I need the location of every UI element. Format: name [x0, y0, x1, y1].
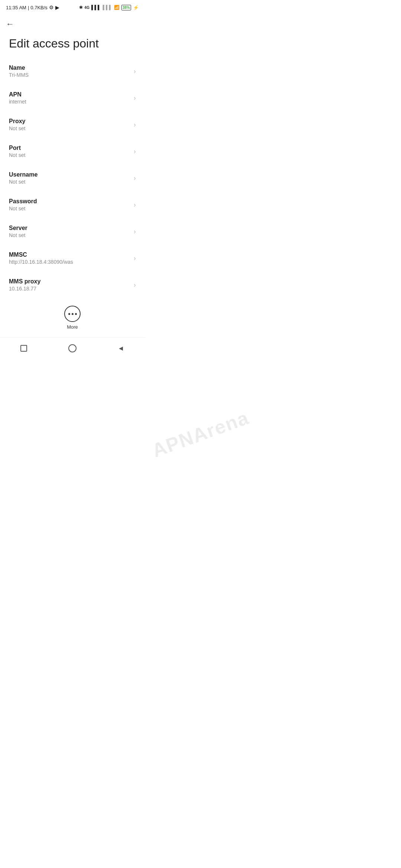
settings-item-label: Username	[9, 171, 131, 178]
chevron-right-icon: ›	[134, 148, 136, 155]
nav-bar: ◄	[0, 337, 145, 361]
settings-item-value: Not set	[9, 125, 131, 131]
settings-item[interactable]: MMSC http://10.16.18.4:38090/was ›	[0, 245, 145, 272]
settings-item-content: MMS proxy 10.16.18.77	[9, 278, 131, 292]
chevron-right-icon: ›	[134, 201, 136, 209]
settings-item-content: Password Not set	[9, 198, 131, 211]
settings-item[interactable]: APN internet ›	[0, 85, 145, 111]
settings-item-value: Not set	[9, 179, 131, 185]
more-dots-icon	[68, 313, 77, 315]
status-left: 11:35 AM | 0.7KB/s ⚙ ▶	[6, 4, 59, 10]
settings-item-value: http://10.16.18.4:38090/was	[9, 259, 131, 265]
settings-item-content: Proxy Not set	[9, 118, 131, 131]
settings-item-label: Server	[9, 225, 131, 231]
settings-item-value: Tri-MMS	[9, 72, 131, 78]
settings-item-label: MMS proxy	[9, 278, 131, 285]
video-icon: ▶	[55, 4, 59, 10]
battery-indicator: 38%	[121, 5, 131, 10]
speed-display: 0.7KB/s	[30, 5, 48, 10]
settings-item-value: Not set	[9, 232, 131, 238]
status-bar: 11:35 AM | 0.7KB/s ⚙ ▶ ✱ 4G ▌▌▌ ▌▌▌ 📶 38…	[0, 0, 145, 13]
settings-item[interactable]: Port Not set ›	[0, 138, 145, 165]
settings-item-label: Name	[9, 65, 131, 71]
bluetooth-icon: ✱	[79, 5, 83, 10]
chevron-right-icon: ›	[134, 68, 136, 75]
chevron-right-icon: ›	[134, 94, 136, 102]
settings-item-value: Not set	[9, 206, 131, 211]
settings-item-value: internet	[9, 99, 131, 105]
signal2-icon: ▌▌▌	[102, 5, 112, 10]
settings-item-label: Port	[9, 145, 131, 151]
more-section: More	[0, 298, 145, 334]
settings-item-label: Proxy	[9, 118, 131, 125]
status-right: ✱ 4G ▌▌▌ ▌▌▌ 📶 38% ⚡	[79, 5, 139, 10]
home-icon	[68, 344, 76, 352]
settings-item-label: Password	[9, 198, 131, 205]
wifi-icon: 📶	[114, 5, 120, 10]
more-label: More	[67, 324, 78, 330]
more-button[interactable]: More	[57, 304, 88, 331]
settings-item[interactable]: Username Not set ›	[0, 165, 145, 191]
chevron-right-icon: ›	[134, 281, 136, 289]
settings-item-label: MMSC	[9, 251, 131, 258]
settings-item-content: Username Not set	[9, 171, 131, 185]
chevron-right-icon: ›	[134, 121, 136, 129]
separator: |	[28, 5, 29, 10]
recents-icon	[20, 345, 27, 352]
settings-list: Name Tri-MMS › APN internet › Proxy Not …	[0, 58, 145, 298]
chevron-right-icon: ›	[134, 254, 136, 262]
settings-item-content: Name Tri-MMS	[9, 65, 131, 78]
4g-icon: 4G	[85, 6, 89, 10]
settings-item-content: Port Not set	[9, 145, 131, 158]
nav-back-button[interactable]: ◄	[110, 342, 132, 355]
settings-item[interactable]: Password Not set ›	[0, 191, 145, 218]
settings-item[interactable]: MMS proxy 10.16.18.77 ›	[0, 272, 145, 298]
page-title: Edit access point	[0, 32, 145, 58]
settings-item-value: Not set	[9, 152, 131, 158]
nav-recents-button[interactable]	[13, 343, 35, 354]
settings-item[interactable]: Server Not set ›	[0, 218, 145, 245]
settings-item[interactable]: Name Tri-MMS ›	[0, 58, 145, 85]
time-display: 11:35 AM	[6, 5, 26, 10]
nav-back-icon: ◄	[118, 345, 124, 352]
settings-item-content: APN internet	[9, 91, 131, 105]
more-icon-circle	[64, 306, 81, 322]
settings-item[interactable]: Proxy Not set ›	[0, 111, 145, 138]
settings-item-value: 10.16.18.77	[9, 286, 131, 292]
charging-icon: ⚡	[133, 5, 139, 10]
chevron-right-icon: ›	[134, 228, 136, 236]
settings-item-content: MMSC http://10.16.18.4:38090/was	[9, 251, 131, 265]
signal-icon: ▌▌▌	[91, 5, 101, 10]
settings-item-label: APN	[9, 91, 131, 98]
settings-item-content: Server Not set	[9, 225, 131, 238]
settings-icon: ⚙	[49, 4, 54, 10]
back-arrow-icon: ←	[6, 19, 14, 29]
nav-home-button[interactable]	[61, 342, 84, 355]
back-button[interactable]: ←	[0, 13, 145, 32]
chevron-right-icon: ›	[134, 174, 136, 182]
